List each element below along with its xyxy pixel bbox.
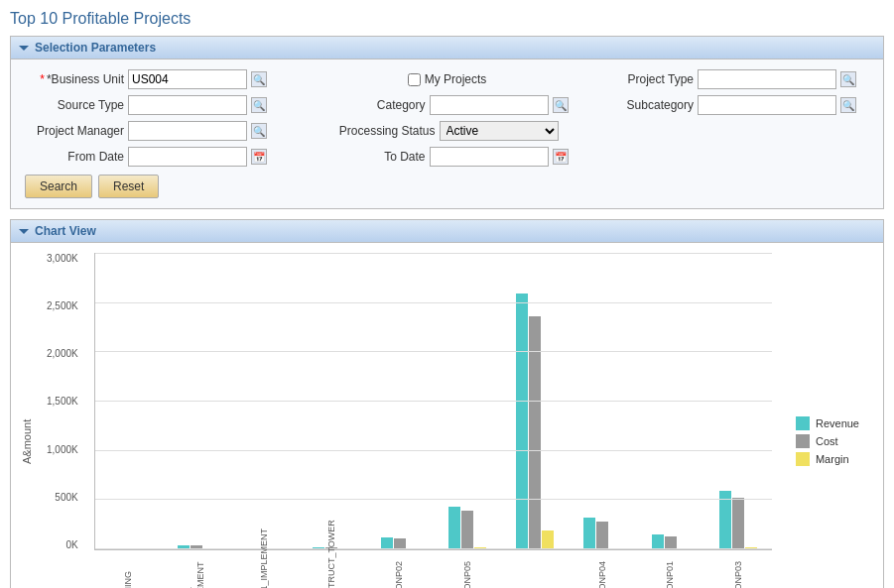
- x-label-5: PRJCONP05: [462, 554, 472, 588]
- project-type-row: Project Type 🔍: [594, 69, 869, 89]
- legend-cost-label: Cost: [816, 435, 838, 447]
- source-type-lookup-icon[interactable]: 🔍: [251, 97, 267, 113]
- legend-margin-label: Margin: [816, 453, 849, 465]
- bar-margin-3: [338, 548, 350, 549]
- bar-revenue-3: [313, 547, 324, 549]
- bar-group-prjconp05: [434, 507, 501, 549]
- legend-revenue-swatch: [796, 416, 810, 430]
- subcategory-input[interactable]: [698, 95, 836, 115]
- bar-margin-9: [745, 547, 757, 549]
- project-type-input[interactable]: [698, 69, 836, 89]
- x-label-3: CONSTRUCT_TOWER: [326, 554, 336, 588]
- y-label-1000k: 1,000K: [47, 444, 78, 455]
- x-label-group-8: PRJCONP01: [636, 554, 703, 588]
- reset-button[interactable]: Reset: [98, 175, 159, 198]
- bar-cost-1: [191, 545, 202, 549]
- business-unit-row: *Business Unit 🔍: [25, 69, 300, 89]
- project-manager-row: Project Manager 🔍: [25, 121, 300, 141]
- x-label-4: PRJCONP02: [394, 554, 404, 588]
- bar-cost-5: [461, 511, 473, 549]
- x-label-group-4: PRJCONP02: [365, 554, 433, 588]
- bar-cost-6: [529, 316, 541, 549]
- category-input[interactable]: [430, 95, 549, 115]
- collapse-icon[interactable]: [19, 46, 29, 51]
- business-unit-label: *Business Unit: [25, 72, 124, 86]
- chart-panel-title: Chart View: [35, 224, 96, 238]
- page-title: Top 10 Profitable Projects: [10, 10, 884, 28]
- bar-revenue-9: [719, 491, 731, 549]
- project-manager-label: Project Manager: [25, 124, 124, 138]
- x-label-group-6: 1000: [501, 554, 569, 588]
- x-label-group-9: PRJCONP03: [704, 554, 772, 588]
- processing-status-label: Processing Status: [336, 124, 436, 138]
- to-date-calendar-icon[interactable]: 📅: [553, 149, 569, 165]
- chart-panel: Chart View A&mount 3,000K 2,500K 2,000K …: [10, 219, 884, 588]
- grid-line-2: [95, 302, 772, 303]
- to-date-row: To Date 📅: [310, 147, 584, 167]
- grid-line-6: [95, 499, 772, 500]
- legend-revenue: Revenue: [796, 416, 859, 430]
- search-button[interactable]: Search: [25, 175, 92, 198]
- bar-revenue-2: [245, 548, 257, 549]
- business-unit-lookup-icon[interactable]: 🔍: [251, 71, 267, 87]
- chart-collapse-icon[interactable]: [19, 229, 29, 234]
- legend-revenue-label: Revenue: [816, 417, 859, 429]
- bar-revenue-6: [516, 294, 528, 549]
- category-lookup-icon[interactable]: 🔍: [553, 97, 569, 113]
- subcategory-label: Subcategory: [594, 98, 694, 112]
- button-row: Search Reset: [25, 175, 869, 198]
- x-label-group-0: TRAINING: [94, 554, 162, 588]
- grid-line-5: [95, 450, 772, 451]
- chart-x-labels: TRAININGPOST-IMPLEMENTASST1_IMPLEMENTCON…: [94, 554, 772, 588]
- from-date-row: From Date 📅: [25, 147, 300, 167]
- y-label-1500k: 1,500K: [47, 396, 78, 407]
- bar-margin-6: [542, 530, 554, 549]
- chart-main: TRAININGPOST-IMPLEMENTASST1_IMPLEMENTCON…: [94, 253, 772, 588]
- from-date-label: From Date: [25, 150, 124, 164]
- from-date-calendar-icon[interactable]: 📅: [251, 149, 267, 165]
- x-label-group-3: CONSTRUCT_TOWER: [298, 554, 365, 588]
- grid-line-3: [95, 351, 772, 352]
- y-label-500k: 500K: [55, 492, 77, 503]
- subcategory-lookup-icon[interactable]: 🔍: [840, 97, 856, 113]
- project-type-lookup-icon[interactable]: 🔍: [840, 71, 856, 87]
- chart-panel-header: Chart View: [11, 220, 883, 243]
- source-type-row: Source Type 🔍: [25, 95, 300, 115]
- x-label-1: POST-IMPLEMENT: [186, 554, 205, 588]
- bar-revenue-7: [583, 518, 595, 549]
- x-label-group-5: PRJCONP05: [433, 554, 500, 588]
- selection-panel-title: Selection Parameters: [35, 41, 156, 55]
- x-label-0: TRAINING: [123, 554, 133, 588]
- bar-margin-4: [407, 548, 419, 549]
- from-date-input[interactable]: [128, 147, 247, 167]
- x-label-group-1: POST-IMPLEMENT: [162, 554, 229, 588]
- bar-cost-7: [596, 522, 608, 549]
- bar-group-training: [95, 548, 163, 549]
- bar-margin-1: [203, 548, 215, 549]
- chart-area: A&mount 3,000K 2,500K 2,000K 1,500K 1,00…: [21, 253, 873, 588]
- project-manager-input[interactable]: [128, 121, 247, 141]
- legend-cost-swatch: [796, 434, 810, 448]
- x-label-2: ASST1_IMPLEMENT: [259, 554, 269, 588]
- bar-cost-4: [394, 538, 406, 549]
- y-label-2500k: 2,500K: [47, 300, 78, 311]
- business-unit-input[interactable]: [128, 69, 247, 89]
- chart-container: A&mount 3,000K 2,500K 2,000K 1,500K 1,00…: [11, 243, 883, 588]
- x-label-group-7: PRJCONP04: [569, 554, 636, 588]
- my-projects-row: My Projects: [310, 69, 584, 89]
- to-date-input[interactable]: [430, 147, 549, 167]
- selection-panel: Selection Parameters *Business Unit 🔍 My…: [10, 36, 884, 209]
- my-projects-checkbox[interactable]: [408, 73, 421, 86]
- x-label-8: PRJCONP01: [665, 554, 675, 588]
- project-manager-lookup-icon[interactable]: 🔍: [251, 123, 267, 139]
- bar-group-prjconp03: [704, 491, 772, 549]
- y-axis-labels: 3,000K 2,500K 2,000K 1,500K 1,000K 500K …: [47, 253, 84, 550]
- y-label-3000k: 3,000K: [47, 253, 78, 264]
- y-label-2000k: 2,000K: [47, 348, 78, 359]
- bar-cost-8: [665, 536, 677, 549]
- processing-status-select[interactable]: Active Inactive All: [440, 121, 559, 141]
- selection-panel-body: *Business Unit 🔍 My Projects Project Typ…: [11, 59, 883, 208]
- x-label-group-2: ASST1_IMPLEMENT: [229, 554, 297, 588]
- grid-line-4: [95, 401, 772, 402]
- source-type-input[interactable]: [128, 95, 247, 115]
